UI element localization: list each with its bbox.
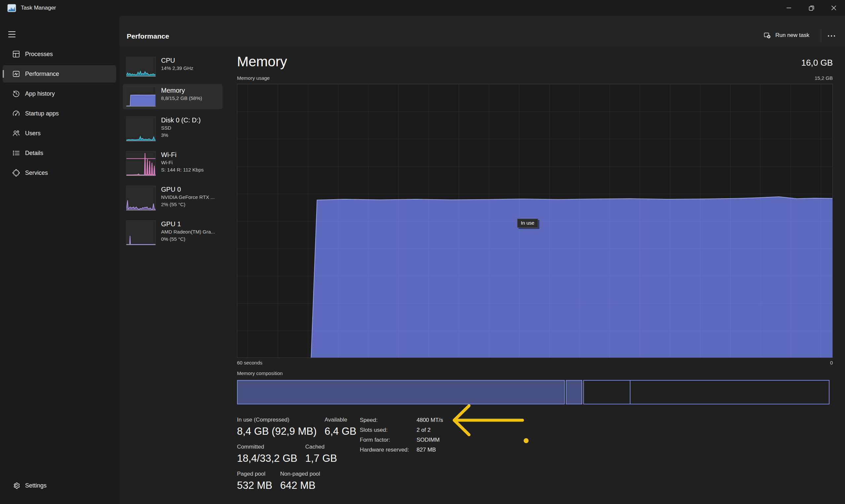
perf-item-title: Wi-Fi bbox=[161, 150, 204, 159]
users-icon bbox=[12, 129, 20, 138]
task-manager-app-icon bbox=[7, 4, 16, 13]
sidebar-nav: Processes Performance App history Startu… bbox=[3, 46, 116, 184]
disk-mini-chart bbox=[126, 116, 156, 141]
sidebar-item-app-history[interactable]: App history bbox=[3, 85, 116, 102]
detail-label-form-factor: Form factor: bbox=[360, 437, 417, 447]
memory-detail-panel: Memory 16,0 GB Memory usage 15,2 GB In u… bbox=[237, 16, 833, 504]
restore-button[interactable] bbox=[800, 0, 823, 16]
perf-item-title: Disk 0 (C: D:) bbox=[161, 116, 201, 124]
sidebar-item-label: Users bbox=[25, 130, 40, 137]
minimize-button[interactable] bbox=[778, 0, 800, 16]
composition-segment-free[interactable] bbox=[630, 380, 829, 404]
stat-value-committed: 18,4/33,2 GB bbox=[237, 452, 297, 464]
detail-label-speed: Speed: bbox=[360, 417, 417, 427]
sidebar: Processes Performance App history Startu… bbox=[0, 16, 120, 504]
sidebar-item-services[interactable]: Services bbox=[3, 164, 116, 181]
chart-x-left-label: 60 seconds bbox=[237, 360, 262, 365]
perf-item-gpu0[interactable]: GPU 0 NVIDIA GeForce RTX ... 2% (55 °C) bbox=[123, 183, 223, 213]
composition-segment-standby[interactable] bbox=[583, 380, 631, 404]
sidebar-item-users[interactable]: Users bbox=[3, 125, 116, 142]
detail-label-slots-used: Slots used: bbox=[360, 427, 417, 437]
sidebar-settings: Settings bbox=[3, 477, 116, 497]
selected-indicator bbox=[3, 70, 4, 78]
chart-x-right-label: 0 bbox=[830, 360, 833, 365]
stat-value-cached: 1,7 GB bbox=[305, 452, 337, 464]
detail-value-form-factor: SODIMM bbox=[417, 437, 440, 447]
stat-value-in-use: 8,4 GB (92,9 MB) bbox=[237, 426, 317, 437]
stat-label-in-use: In use (Compressed) bbox=[237, 416, 317, 424]
sidebar-item-details[interactable]: Details bbox=[3, 144, 116, 162]
perf-item-disk0[interactable]: Disk 0 (C: D:) SSD 3% bbox=[123, 114, 223, 144]
stat-value-paged-pool: 532 MB bbox=[237, 480, 272, 491]
memory-usage-label: Memory usage bbox=[237, 75, 270, 81]
perf-item-stat: S: 144 R: 112 Kbps bbox=[161, 166, 204, 174]
details-icon bbox=[12, 149, 20, 157]
perf-item-stat: 3% bbox=[161, 132, 201, 139]
window-title: Task Manager bbox=[21, 5, 56, 11]
perf-item-stat: Wi-Fi bbox=[161, 159, 204, 166]
detail-label-hardware-reserved: Hardware reserved: bbox=[360, 447, 417, 456]
stat-value-non-paged-pool: 642 MB bbox=[280, 480, 320, 491]
composition-segment-modified[interactable] bbox=[566, 380, 583, 404]
detail-value-slots-used: 2 of 2 bbox=[417, 427, 431, 437]
cpu-mini-chart bbox=[126, 57, 156, 76]
detail-value-speed: 4800 MT/s bbox=[417, 417, 443, 427]
window-controls bbox=[778, 0, 845, 16]
memory-composition-bar bbox=[237, 380, 833, 404]
sidebar-item-label: Details bbox=[25, 150, 43, 157]
memory-mini-chart bbox=[126, 87, 156, 107]
sidebar-item-label: Settings bbox=[25, 482, 47, 489]
sidebar-item-label: Services bbox=[25, 169, 48, 177]
sidebar-item-label: Performance bbox=[25, 71, 59, 77]
chart-y-max-label: 15,2 GB bbox=[815, 75, 833, 81]
stat-value-available: 6,4 GB bbox=[324, 426, 356, 437]
page-title: Performance bbox=[127, 32, 169, 40]
perf-item-stat: AMD Radeon(TM) Gra... bbox=[161, 228, 215, 235]
composition-segment-in-use[interactable] bbox=[237, 380, 565, 404]
perf-item-gpu1[interactable]: GPU 1 AMD Radeon(TM) Gra... 0% (55 °C) bbox=[123, 218, 223, 248]
sidebar-item-performance[interactable]: Performance bbox=[3, 65, 116, 83]
perf-item-memory[interactable]: Memory 8,8/15,2 GB (58%) bbox=[123, 84, 223, 109]
stat-label-cached: Cached bbox=[305, 443, 337, 451]
detail-value-hardware-reserved: 827 MB bbox=[417, 447, 436, 456]
gpu1-mini-chart bbox=[126, 220, 156, 245]
processes-icon bbox=[12, 50, 20, 58]
chart-tooltip-label: In use bbox=[521, 220, 534, 226]
startup-apps-icon bbox=[12, 109, 20, 118]
services-icon bbox=[12, 168, 20, 177]
perf-item-title: GPU 1 bbox=[161, 220, 215, 228]
perf-item-cpu[interactable]: CPU 14% 2,39 GHz bbox=[123, 54, 223, 79]
gpu0-mini-chart bbox=[126, 186, 156, 211]
perf-item-title: GPU 0 bbox=[161, 185, 214, 194]
perf-item-title: CPU bbox=[161, 56, 193, 65]
settings-icon bbox=[12, 481, 20, 490]
perf-item-wifi[interactable]: Wi-Fi Wi-Fi S: 144 R: 112 Kbps bbox=[123, 148, 223, 178]
perf-item-title: Memory bbox=[161, 86, 202, 95]
perf-item-stat: 2% (55 °C) bbox=[161, 201, 214, 208]
chart-tooltip: In use bbox=[517, 219, 538, 228]
sidebar-item-startup-apps[interactable]: Startup apps bbox=[3, 105, 116, 122]
sidebar-item-label: App history bbox=[25, 90, 55, 97]
sidebar-item-processes[interactable]: Processes bbox=[3, 46, 116, 63]
perf-item-stat: SSD bbox=[161, 124, 201, 132]
sidebar-item-settings[interactable]: Settings bbox=[3, 477, 116, 494]
sidebar-item-label: Startup apps bbox=[25, 110, 59, 117]
memory-title: Memory bbox=[237, 54, 287, 69]
memory-usage-chart[interactable]: In use bbox=[237, 84, 833, 358]
stat-label-paged-pool: Paged pool bbox=[237, 470, 272, 478]
memory-composition-label: Memory composition bbox=[237, 371, 283, 376]
titlebar: Task Manager bbox=[0, 0, 845, 16]
app-history-icon bbox=[12, 89, 20, 98]
sidebar-item-label: Processes bbox=[25, 51, 53, 58]
memory-hardware-details: Speed:4800 MT/s Slots used:2 of 2 Form f… bbox=[360, 417, 443, 456]
perf-item-stat: 14% 2,39 GHz bbox=[161, 65, 193, 72]
performance-icon bbox=[12, 70, 20, 78]
perf-item-stat: NVIDIA GeForce RTX ... bbox=[161, 194, 214, 201]
menu-toggle-button[interactable] bbox=[5, 28, 20, 41]
wifi-mini-chart bbox=[126, 151, 156, 176]
perf-item-stat: 0% (55 °C) bbox=[161, 235, 215, 243]
memory-stats: In use (Compressed) 8,4 GB (92,9 MB) Ava… bbox=[237, 416, 356, 498]
close-button[interactable] bbox=[823, 0, 845, 16]
stat-label-non-paged-pool: Non-paged pool bbox=[280, 470, 320, 478]
content-pane: Performance Run new task CPU 14% 2,39 GH… bbox=[120, 16, 845, 504]
